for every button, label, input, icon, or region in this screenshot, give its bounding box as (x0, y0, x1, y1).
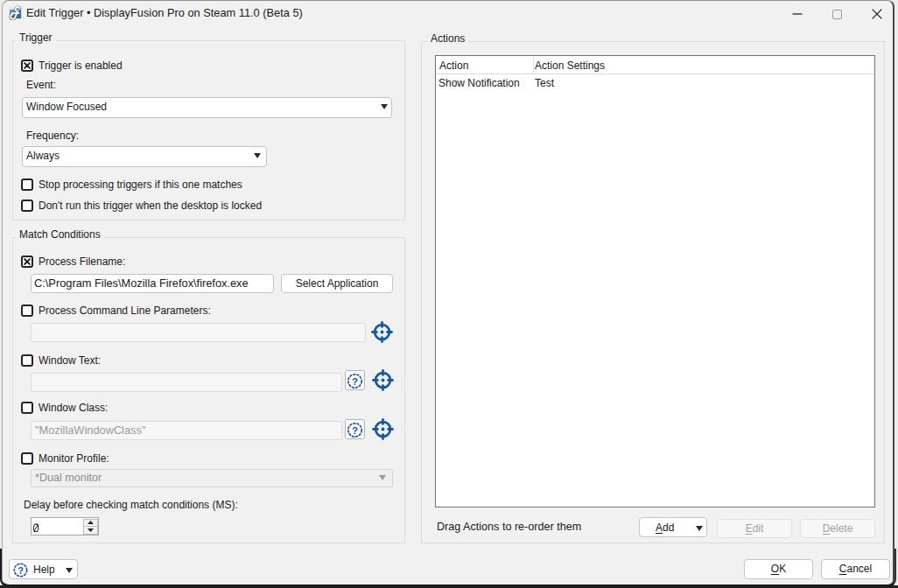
svg-text:?: ? (352, 425, 358, 436)
svg-text:?: ? (352, 376, 358, 387)
svg-text:?: ? (18, 565, 24, 576)
